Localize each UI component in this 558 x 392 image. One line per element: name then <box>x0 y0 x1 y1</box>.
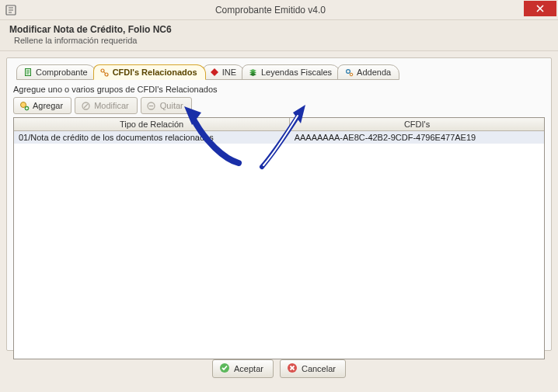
tab-label: INE <box>222 68 236 77</box>
col-header-tipo-relacion[interactable]: Tipo de Relación <box>14 118 290 131</box>
svg-marker-5 <box>211 68 218 76</box>
tab-label: Leyendas Fiscales <box>261 68 332 77</box>
check-icon <box>219 363 230 375</box>
tab-label: CFDI's Relacionados <box>113 68 197 77</box>
remove-icon <box>146 100 157 111</box>
diamond-red-icon <box>210 68 219 77</box>
window-close-button[interactable] <box>524 1 556 16</box>
table-header-row: Tipo de Relación CFDI's <box>14 118 544 131</box>
stack-green-icon <box>249 68 258 77</box>
add-button-label: Agregar <box>33 101 63 110</box>
remove-button-label: Quitar <box>160 101 183 110</box>
add-button[interactable]: Agregar <box>13 97 71 114</box>
toolbar: Agregar Modificar Quitar <box>13 97 545 114</box>
page-header: Modificar Nota de Crédito, Folio NC6 Rel… <box>0 20 558 51</box>
doc-green-icon <box>23 68 33 77</box>
accept-button-label: Aceptar <box>234 364 263 373</box>
cancel-icon <box>287 363 298 375</box>
tab-label: Comprobante <box>36 68 88 77</box>
svg-point-7 <box>350 73 353 76</box>
col-header-cfdis[interactable]: CFDI's <box>290 118 544 131</box>
remove-button: Quitar <box>141 97 192 114</box>
cancel-button-label: Cancelar <box>302 364 336 373</box>
tab-leyendas-fiscales[interactable]: Leyendas Fiscales <box>242 64 340 80</box>
table-row[interactable]: 01/Nota de crédito de los documentos rel… <box>14 131 544 144</box>
page-title: Modificar Nota de Crédito, Folio NC6 <box>9 24 549 35</box>
title-bar: Comprobante Emitido v4.0 <box>0 0 558 20</box>
tab-comprobante[interactable]: Comprobante <box>16 64 96 80</box>
edit-icon <box>80 100 91 111</box>
accept-button[interactable]: Aceptar <box>212 359 274 378</box>
page-subtitle: Rellene la información requerida <box>14 36 549 45</box>
instruction-text: Agregue uno o varios grupos de CFDI's Re… <box>13 85 545 94</box>
tab-cfdis-relacionados[interactable]: CFDI's Relacionados <box>93 64 206 80</box>
add-icon <box>19 100 30 111</box>
gears-icon <box>344 68 354 77</box>
tab-strip: Comprobante CFDI's Relacionados INE Leye… <box>16 63 545 80</box>
content-panel: Comprobante CFDI's Relacionados INE Leye… <box>6 57 552 351</box>
svg-point-6 <box>346 69 350 73</box>
cfdis-table[interactable]: Tipo de Relación CFDI's 01/Nota de crédi… <box>13 117 545 359</box>
cell-tipo-relacion: 01/Nota de crédito de los documentos rel… <box>14 131 290 144</box>
cell-cfdis: AAAAAAAA-AE8C-42B2-9CDF-4796E477AE19 <box>290 131 544 144</box>
app-icon <box>5 4 17 16</box>
link-orange-icon <box>100 68 110 77</box>
edit-button: Modificar <box>75 97 138 114</box>
tab-ine[interactable]: INE <box>203 64 245 80</box>
edit-button-label: Modificar <box>94 101 129 110</box>
window-title: Comprobante Emitido v4.0 <box>17 5 524 16</box>
cancel-button[interactable]: Cancelar <box>280 359 346 378</box>
svg-line-4 <box>103 71 105 73</box>
tab-addenda[interactable]: Addenda <box>337 64 399 80</box>
tab-label: Addenda <box>357 68 391 77</box>
